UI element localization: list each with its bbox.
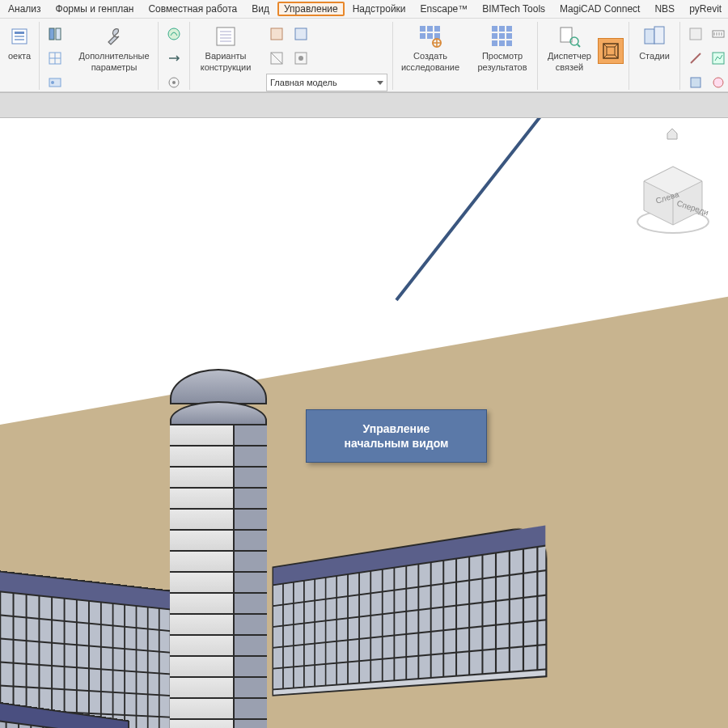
link-manager-icon — [557, 23, 582, 49]
building-model — [0, 385, 590, 728]
svg-rect-25 — [420, 26, 425, 32]
svg-rect-20 — [295, 28, 307, 40]
tab-analysis[interactable]: Анализ — [2, 2, 48, 16]
main-model-select[interactable]: Главная модель — [266, 74, 387, 91]
svg-rect-32 — [492, 26, 497, 32]
svg-rect-5 — [56, 28, 61, 40]
svg-rect-1 — [15, 32, 24, 34]
svg-rect-39 — [499, 40, 505, 46]
small-r6[interactable] — [708, 72, 728, 93]
wrench-icon — [101, 23, 127, 49]
link-manager-label1: Диспетчер — [548, 51, 591, 61]
svg-rect-19 — [271, 28, 282, 40]
project-label: оекта — [8, 51, 31, 61]
svg-rect-29 — [427, 33, 433, 39]
create-study-button[interactable]: Создать исследование — [398, 22, 463, 72]
group-small-1 — [40, 22, 70, 90]
group-create-study: Создать исследование — [393, 22, 468, 90]
additional-params-button[interactable]: Дополнительные параметры — [75, 22, 153, 72]
building-wing-right — [273, 523, 548, 696]
svg-rect-14 — [217, 28, 235, 45]
tab-massing[interactable]: Формы и генплан — [49, 2, 141, 16]
svg-point-10 — [51, 81, 54, 84]
viewcube[interactable]: Слева Спереди — [633, 159, 713, 239]
tab-magicad[interactable]: MagiCAD Connect — [553, 2, 646, 16]
group-phases: Стадии — [629, 22, 680, 90]
svg-rect-4 — [49, 28, 54, 40]
small-btn-2b[interactable] — [163, 48, 184, 69]
svg-rect-48 — [690, 28, 701, 40]
create-study-label2: исследование — [401, 62, 459, 72]
view-results-button[interactable]: Просмотр результатов — [472, 22, 532, 72]
design-options-label2: конструкции — [201, 62, 252, 72]
small-r2[interactable] — [685, 48, 706, 69]
svg-rect-46 — [645, 29, 654, 44]
tab-pyrevit[interactable]: pyRevit — [683, 2, 728, 16]
callout-line2: начальным видом — [345, 436, 449, 451]
viewport-3d[interactable]: Управление начальным видом Слева Спереди — [0, 118, 728, 728]
home-icon[interactable] — [665, 126, 679, 141]
design-options-icon — [213, 23, 239, 49]
tab-nbs[interactable]: NBS — [648, 2, 681, 16]
small-r4[interactable] — [708, 23, 728, 44]
tab-manage[interactable]: Управление — [277, 2, 345, 16]
svg-rect-38 — [492, 40, 497, 46]
design-options-button[interactable]: Варианты конструкции — [195, 22, 256, 72]
svg-line-22 — [271, 53, 282, 64]
svg-rect-45 — [607, 47, 615, 55]
svg-line-61 — [396, 118, 585, 300]
svg-point-11 — [168, 28, 180, 40]
building-tower — [170, 369, 267, 728]
small-btn-1b[interactable] — [44, 48, 66, 69]
svg-rect-3 — [15, 39, 24, 40]
tab-view[interactable]: Вид — [245, 2, 276, 16]
tab-bimtech[interactable]: BIMTech Tools — [476, 2, 552, 16]
project-icon — [6, 23, 32, 49]
phases-button[interactable]: Стадии — [634, 22, 675, 61]
tab-enscape[interactable]: Enscape™ — [414, 2, 475, 16]
svg-rect-33 — [499, 26, 505, 32]
create-study-icon — [417, 23, 443, 49]
link-manager-label2: связей — [556, 62, 583, 72]
small-btn-3b[interactable] — [290, 23, 311, 44]
group-misc-right — [680, 22, 728, 90]
building-wing-left — [0, 566, 178, 728]
svg-point-13 — [172, 81, 176, 84]
view-results-label2: результатов — [477, 62, 527, 72]
small-r5[interactable] — [708, 48, 728, 69]
callout-line1: Управление — [345, 421, 449, 436]
small-r1[interactable] — [685, 23, 706, 44]
small-btn-1a[interactable] — [44, 23, 66, 44]
svg-rect-36 — [499, 33, 505, 39]
group-project-partial: оекта — [0, 22, 40, 90]
svg-rect-55 — [713, 53, 724, 64]
starting-view-button[interactable] — [598, 38, 624, 64]
svg-rect-2 — [15, 36, 24, 37]
svg-rect-49 — [691, 78, 700, 87]
phases-label: Стадии — [639, 51, 670, 61]
tab-addins[interactable]: Надстройки — [346, 2, 413, 16]
small-btn-3a[interactable] — [266, 23, 287, 44]
phases-icon — [641, 23, 667, 49]
group-additional-params: Дополнительные параметры — [70, 22, 159, 90]
ribbon: оекта Дополнительные параметры — [0, 19, 728, 92]
main-model-value: Главная модель — [270, 78, 337, 87]
group-view-results: Просмотр результатов — [468, 22, 538, 90]
chevron-down-icon — [377, 81, 383, 85]
small-btn-2a[interactable] — [163, 23, 184, 44]
small-btn-1c[interactable] — [44, 72, 66, 93]
small-r3[interactable] — [685, 72, 706, 93]
ribbon-tabs: Анализ Формы и генплан Совместная работа… — [0, 0, 728, 19]
link-manager-button[interactable]: Диспетчер связей — [543, 22, 596, 72]
svg-rect-34 — [506, 26, 512, 32]
small-btn-3d[interactable] — [290, 48, 311, 69]
callout-box: Управление начальным видом — [306, 409, 487, 463]
svg-rect-28 — [420, 33, 425, 39]
small-btn-2c[interactable] — [163, 72, 184, 93]
svg-rect-47 — [654, 27, 664, 44]
svg-rect-30 — [434, 33, 440, 39]
small-btn-3c[interactable] — [266, 48, 287, 69]
project-button-partial[interactable]: оекта — [5, 22, 34, 61]
svg-rect-27 — [434, 26, 440, 32]
tab-collab[interactable]: Совместная работа — [142, 2, 243, 16]
